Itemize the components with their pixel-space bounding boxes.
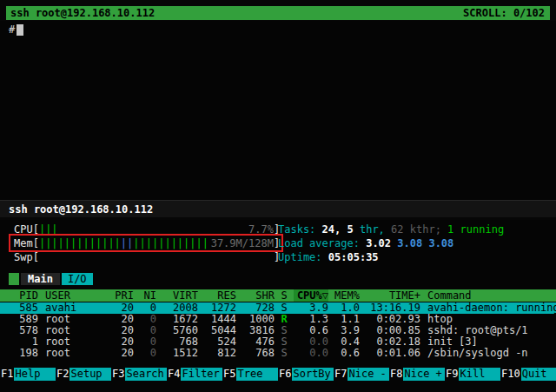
load-1min: 3.02: [366, 237, 397, 249]
cell-s: S: [275, 325, 294, 336]
fkey-f10[interactable]: F10Quit: [500, 368, 556, 381]
fkey-label: Quit: [521, 368, 556, 381]
cell-time: 0:00.85: [360, 325, 420, 336]
fkey-f3[interactable]: F3Search: [111, 368, 167, 381]
tmux-status-bar: ssh root@192.168.10.112 SCROLL: 0/102: [6, 6, 550, 20]
fkey-number: F2: [56, 368, 70, 381]
load-average-line: Load average: 3.02 3.08 3.08: [278, 237, 453, 249]
cell-ni: 0: [134, 302, 156, 314]
cell-shr: 1000: [236, 314, 275, 325]
cell-time: 0:01.06: [360, 348, 420, 359]
cpu-meter: CPU[|||7.7%]: [14, 223, 280, 236]
mem-meter-body: |||||||||||||||||||||||||||37.9M/128M: [39, 237, 274, 249]
header-s[interactable]: S: [275, 289, 294, 302]
header-cpu[interactable]: CPU%▽: [294, 289, 328, 302]
cell-command: htop: [420, 314, 556, 325]
header-shr[interactable]: SHR: [236, 289, 275, 302]
fkey-label: Search: [125, 368, 167, 381]
session-title: ssh root@192.168.10.112: [10, 7, 155, 19]
swp-meter: Swp[0K/0K]: [14, 251, 280, 263]
cpu-meter-value: 7.7%: [248, 223, 274, 236]
fkey-label: Nice +: [403, 368, 445, 381]
swp-meter-label: Swp: [14, 251, 33, 263]
cell-pri: 20: [108, 348, 134, 359]
cell-s: R: [275, 314, 294, 325]
cell-user: root: [38, 348, 108, 359]
fkey-f4[interactable]: F4Filter: [167, 368, 222, 381]
fkey-f1[interactable]: F1Help: [0, 368, 56, 381]
cell-res: 1272: [198, 302, 236, 314]
mem-bars-cache: ||||||||||||: [133, 237, 208, 249]
mem-meter-label: Mem: [14, 237, 33, 249]
cell-pri: 20: [108, 302, 134, 314]
fkey-number: F7: [334, 368, 348, 381]
terminal-cursor: [17, 24, 23, 36]
fkey-label: Setup: [70, 368, 111, 381]
load-15min: 3.08: [428, 237, 453, 249]
cpu-meter-bars: |||: [39, 223, 58, 236]
bottom-pane-title: ssh root@192.168.10.112: [9, 203, 153, 216]
cell-virt: 768: [156, 336, 198, 348]
fkey-f8[interactable]: F8Nice +: [389, 368, 445, 381]
process-row[interactable]: 1root200768524476S0.00.40:02.18init [3]: [0, 336, 556, 348]
tab-main[interactable]: Main: [21, 273, 60, 285]
tasks-thr-count: 5: [347, 223, 353, 236]
load-5min: 3.08: [397, 237, 428, 249]
header-pid[interactable]: PID: [3, 289, 38, 302]
tab-io[interactable]: I/O: [62, 273, 93, 285]
fkey-label: Help: [14, 368, 56, 381]
header-virt[interactable]: VIRT: [156, 289, 198, 302]
process-row[interactable]: 589root200167214441000R1.31.10:02.93htop: [0, 314, 556, 325]
header-pri[interactable]: PRI: [108, 289, 134, 302]
cell-pri: 20: [108, 336, 134, 348]
mem-meter-value: 37.9M/128M: [211, 237, 274, 249]
mem-meter: Mem[|||||||||||||||||||||||||||37.9M/128…: [14, 237, 280, 249]
load-label: Load average:: [278, 237, 366, 249]
tab-lead-marker: [9, 273, 19, 285]
cell-res: 812: [198, 348, 236, 359]
prompt-char: #: [9, 23, 15, 36]
cell-cpu: 0.0: [294, 348, 328, 359]
fkey-f7[interactable]: F7Nice -: [334, 368, 389, 381]
top-terminal-pane[interactable]: #: [0, 21, 556, 200]
cell-command: init [3]: [420, 336, 556, 348]
cell-virt: 1512: [156, 348, 198, 359]
process-row-selected[interactable]: 585avahi20020081272728S3.91.013:16.19ava…: [0, 302, 556, 314]
fkey-f9[interactable]: F9Kill: [445, 368, 500, 381]
scroll-indicator: SCROLL: 0/102: [463, 7, 545, 19]
process-row[interactable]: 578root200576050443816S0.63.90:00.85sshd…: [0, 325, 556, 336]
cell-mem: 3.9: [328, 325, 360, 336]
cell-s: S: [275, 302, 294, 314]
header-user[interactable]: USER: [38, 289, 108, 302]
terminal-screen: ssh root@192.168.10.112 SCROLL: 0/102 # …: [0, 0, 556, 392]
header-res[interactable]: RES: [198, 289, 236, 302]
cell-virt: 1672: [156, 314, 198, 325]
cell-user: root: [38, 325, 108, 336]
fkey-number: F9: [445, 368, 459, 381]
cell-command: avahi-daemon: running: [420, 302, 556, 314]
fkey-f6[interactable]: F6SortBy: [278, 368, 334, 381]
header-mem[interactable]: MEM%: [328, 289, 360, 302]
process-rows: 585avahi20020081272728S3.91.013:16.19ava…: [0, 302, 556, 359]
uptime-label: Uptime:: [278, 251, 328, 263]
header-ni[interactable]: NI: [134, 289, 156, 302]
cell-pri: 20: [108, 325, 134, 336]
process-row[interactable]: 198root2001512812768S0.00.60:01.06/sbin/…: [0, 348, 556, 359]
header-command[interactable]: Command: [420, 289, 556, 302]
tasks-kthr: 62 kthr;: [391, 223, 447, 236]
cell-cpu: 1.3: [294, 314, 328, 325]
cell-ni: 0: [134, 325, 156, 336]
cell-command: sshd: root@pts/1: [420, 325, 556, 336]
fkey-label: Filter: [181, 368, 222, 381]
fkey-f5[interactable]: F5Tree: [222, 368, 278, 381]
cell-virt: 5760: [156, 325, 198, 336]
header-time[interactable]: TIME+: [360, 289, 420, 302]
cell-shr: 476: [236, 336, 275, 348]
bottom-pane-title-bar: ssh root@192.168.10.112: [0, 200, 556, 217]
cell-pri: 20: [108, 314, 134, 325]
cell-s: S: [275, 336, 294, 348]
cell-mem: 1.0: [328, 302, 360, 314]
fkey-label: SortBy: [292, 368, 334, 381]
cpu-meter-body: |||7.7%: [39, 223, 274, 236]
fkey-f2[interactable]: F2Setup: [56, 368, 111, 381]
